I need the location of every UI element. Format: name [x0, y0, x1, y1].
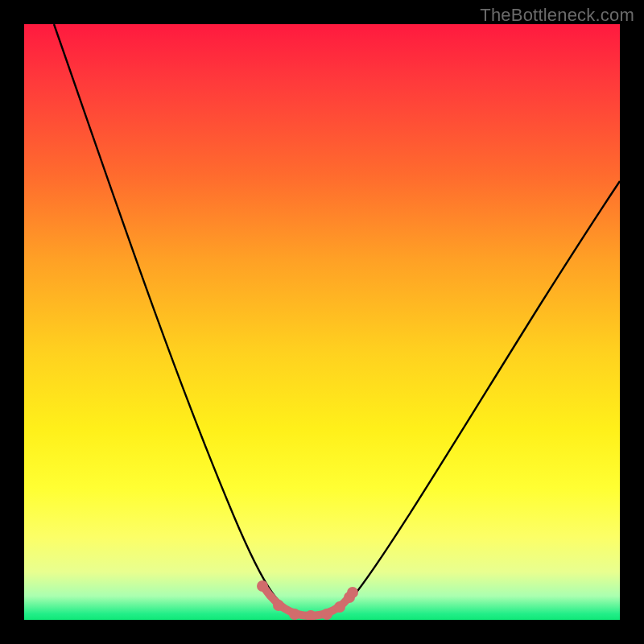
chart-overlay — [24, 24, 620, 620]
critical-band — [257, 580, 358, 620]
critical-dot — [334, 601, 345, 613]
plot-area — [24, 24, 620, 620]
critical-dot — [321, 609, 332, 620]
critical-dot — [273, 600, 284, 611]
bottleneck-curve — [54, 24, 620, 617]
critical-dot — [289, 609, 300, 620]
watermark-text: TheBottleneck.com — [480, 5, 634, 26]
critical-dot — [347, 587, 358, 598]
chart-frame: TheBottleneck.com — [0, 0, 644, 644]
critical-dot — [257, 580, 268, 592]
